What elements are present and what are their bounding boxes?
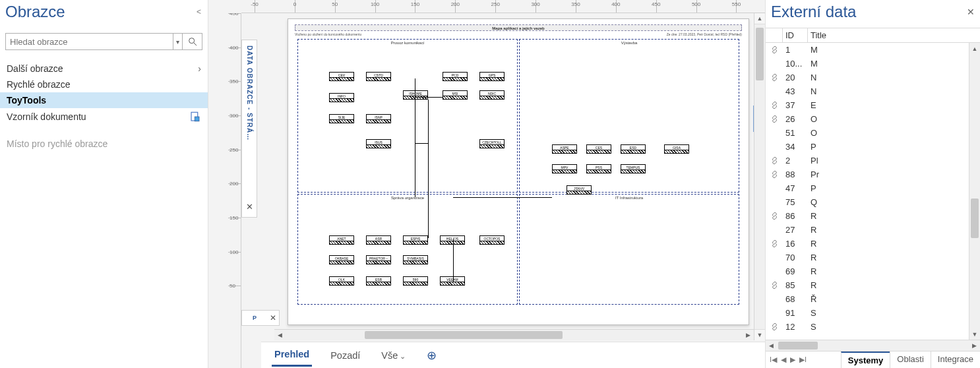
external-data-tab[interactable]: Integrace	[931, 352, 980, 368]
scroll-thumb-horizontal[interactable]	[778, 342, 818, 350]
diagram-node[interactable]: PSS	[586, 164, 611, 173]
column-header-title[interactable]: Title	[808, 28, 980, 42]
external-data-row[interactable]: 26O	[766, 112, 980, 126]
shapes-category-item[interactable]: Rychlé obrazce	[0, 77, 208, 92]
diagram-node[interactable]: TEMPUS	[621, 164, 646, 173]
nav-last-icon[interactable]: ▶І	[798, 355, 808, 364]
diagram-connector[interactable]	[428, 100, 429, 238]
diagram-node[interactable]: CZECHTOLL	[479, 139, 505, 148]
diagram-node[interactable]: OLK	[329, 276, 354, 286]
ruler-vertical[interactable]: 45040035030025020015010050	[228, 13, 241, 368]
canvas-scrollbar-horizontal[interactable]: ◀ ▶	[274, 329, 754, 340]
diagram-zone[interactable]: Správa organizace	[297, 194, 518, 305]
shape-data-side-tab-close[interactable]: ✕	[246, 202, 253, 212]
column-header-id[interactable]: ID	[783, 28, 808, 42]
diagram-node[interactable]: PCD	[443, 72, 468, 81]
external-data-row[interactable]: 37E	[766, 98, 980, 112]
diagram-node[interactable]: ESB	[366, 276, 391, 286]
shapes-search-dropdown[interactable]: ▾	[173, 33, 183, 50]
scroll-up-icon[interactable]: ▲	[754, 13, 765, 24]
external-data-row[interactable]: 2Pl	[766, 154, 980, 168]
diagram-node[interactable]: ISNP	[366, 114, 391, 123]
diagram-node[interactable]: ESPIS	[403, 235, 428, 245]
shapes-category-item[interactable]: ToyTools	[0, 92, 208, 108]
scroll-down-icon[interactable]: ▼	[969, 328, 980, 340]
diagram-node[interactable]: OKBASE	[329, 255, 354, 264]
diagram-node[interactable]: GISA	[664, 144, 689, 154]
page-tab[interactable]: Prehled	[272, 344, 312, 367]
external-data-row[interactable]: 10...M	[766, 57, 980, 71]
external-data-row[interactable]: 51O	[766, 126, 980, 140]
diagram-connector[interactable]	[453, 197, 552, 198]
external-data-row[interactable]: 12S	[766, 320, 980, 334]
diagram-node[interactable]: SYMBASIS	[403, 255, 428, 264]
diagram-node[interactable]: 590	[403, 276, 428, 286]
diagram-node[interactable]: ISHOME	[403, 90, 428, 100]
diagram-node[interactable]: ASR	[366, 235, 391, 245]
external-data-row[interactable]: 85R	[766, 278, 980, 292]
external-data-tab[interactable]: Systemy	[841, 352, 890, 368]
canvas-scrollbar-vertical[interactable]: ▲ ▼	[754, 13, 765, 340]
external-data-row[interactable]: 16R	[766, 237, 980, 251]
diagram-node[interactable]: SIJE	[329, 114, 354, 123]
diagram-node[interactable]: CES	[586, 144, 611, 154]
external-data-row[interactable]: 75Q	[766, 195, 980, 209]
diagram-node[interactable]: VEEAM	[440, 276, 465, 286]
diagram-node[interactable]: ANET	[329, 235, 354, 245]
diagram-node[interactable]: MPV	[552, 164, 577, 173]
nav-next-icon[interactable]: ▶	[789, 355, 797, 364]
shapes-panel-collapse[interactable]: <	[197, 7, 201, 16]
scroll-left-icon[interactable]: ◀	[766, 340, 777, 351]
page-tab-all[interactable]: Vše	[379, 345, 408, 366]
external-data-row[interactable]: 91S	[766, 306, 980, 320]
diagram-connector[interactable]	[453, 239, 454, 282]
shapes-category-item[interactable]: Další obrazce	[0, 61, 208, 77]
diagram-zone[interactable]: IT Infrastruktura	[519, 194, 739, 305]
diagram-node[interactable]: ISUS	[366, 139, 391, 148]
diagram-node[interactable]: OCTOPOS	[479, 235, 505, 245]
external-data-row[interactable]: 88Pr	[766, 168, 980, 181]
diagram-node[interactable]: GPS	[479, 72, 505, 81]
external-data-row[interactable]: 70R	[766, 251, 980, 264]
shapes-category-item[interactable]: Vzorník dokumentu	[0, 108, 208, 125]
external-data-row[interactable]: 68Ř	[766, 292, 980, 306]
diagram-node[interactable]: MSI	[443, 90, 468, 100]
external-data-row[interactable]: 69R	[766, 264, 980, 278]
external-data-row[interactable]: 27R	[766, 223, 980, 237]
diagram-node[interactable]: ASPE	[552, 144, 577, 154]
nav-prev-icon[interactable]: ◀	[780, 355, 787, 364]
external-data-row[interactable]: 47P	[766, 181, 980, 195]
diagram-node[interactable]: JSNVV	[567, 185, 592, 195]
external-data-sheet-nav[interactable]: І◀ ◀ ▶ ▶І	[766, 352, 811, 368]
page-tab-add[interactable]: ⊕	[424, 343, 439, 368]
diagram-node[interactable]: CEV	[329, 72, 354, 81]
diagram-node[interactable]: NDIC	[479, 90, 505, 100]
drawing-page[interactable]: Mapa aplikací a jejich vazeb Vloženo po …	[288, 18, 749, 325]
diagram-connector[interactable]	[415, 143, 428, 144]
diagram-node[interactable]: INFO	[329, 93, 354, 102]
external-data-column-headers[interactable]: ID Title	[766, 28, 980, 43]
external-data-row[interactable]: 20N	[766, 71, 980, 84]
shape-data-side-tab[interactable]: DATA OBRAZCE - STRÁ… ✕	[241, 40, 257, 218]
scroll-down-icon[interactable]: ▼	[754, 329, 765, 340]
scroll-right-icon[interactable]: ▶	[743, 332, 754, 338]
canvas-viewport[interactable]: DATA OBRAZCE - STRÁ… ✕ P ✕ Mapa aplikací…	[241, 13, 765, 368]
external-data-close[interactable]: ✕	[967, 7, 975, 17]
diagram-node[interactable]: HELIOS	[440, 235, 465, 245]
diagram-node[interactable]: CSTD	[366, 72, 391, 81]
shapes-search-input[interactable]	[5, 33, 173, 50]
shapes-search-button[interactable]	[183, 33, 202, 50]
scroll-thumb-vertical[interactable]	[756, 28, 764, 80]
scroll-left-icon[interactable]: ◀	[274, 332, 286, 338]
diagram-connector[interactable]	[415, 78, 415, 197]
external-data-row[interactable]: 34P	[766, 140, 980, 154]
scroll-thumb-vertical[interactable]	[971, 199, 979, 238]
diagram-connector[interactable]	[415, 97, 443, 98]
page-tab[interactable]: Pozadí	[328, 345, 363, 366]
diagram-node[interactable]: PRAETOR – právní	[366, 255, 391, 264]
external-data-scrollbar-vertical[interactable]: ▲ ▼	[969, 43, 980, 340]
scroll-thumb-horizontal[interactable]	[365, 331, 563, 339]
ruler-horizontal[interactable]: -50050100150200250300350400450500550	[241, 0, 765, 13]
diagram-node[interactable]: ESD	[621, 144, 646, 154]
external-data-row[interactable]: 43N	[766, 84, 980, 98]
